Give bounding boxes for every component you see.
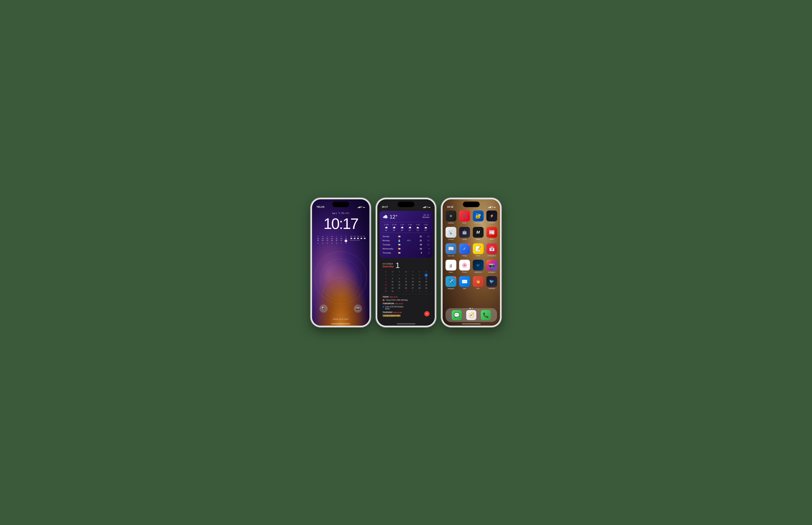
- weather-widget[interactable]: ☁️ 12° 15↑ 8↓ Morden 11 PM ☁️ 11°: [380, 211, 432, 258]
- event-section-today: TODAY 2022-10-01 🎁 Tanya Fehr's 30th Bir…: [383, 296, 429, 301]
- app-item-unread[interactable]: 📡 Unread: [445, 227, 457, 240]
- cal-days-header: SMTWTFS: [383, 270, 429, 273]
- hourly-col-6: 4 AM 🌥️ 11°: [422, 224, 429, 231]
- app-label-instagram: Instagram: [488, 271, 495, 273]
- phone-2-widgets: 10:17 ▾ ▬ ☁: [376, 198, 436, 327]
- cal-add-button[interactable]: +: [424, 311, 429, 316]
- app-item-fantastical[interactable]: 📅 Fantastical: [486, 243, 498, 257]
- app-item-telegram[interactable]: ✈️ 1 Telegram: [445, 276, 457, 289]
- calendar-widget[interactable]: OCTOBER Saturday 1 SMTWTFS: [380, 259, 432, 319]
- app-icon-hey: 👋: [473, 276, 484, 287]
- app-item-hey[interactable]: 👋 HEY: [472, 276, 484, 289]
- lock-date-weather: Sat 1 🌂 2% • 0.1: [312, 212, 369, 214]
- hourly-col-4: 2 AM ☁️ 11°: [406, 224, 414, 231]
- event-section-thursday: THURSDAY 2022-10-06 Compost (green cart): [383, 311, 429, 317]
- app-label-hey: HEY: [476, 288, 480, 289]
- weather-top: ☁️ 12° 15↑ 8↓ Morden: [383, 214, 429, 220]
- app-item-notes[interactable]: 📝 Notes: [472, 243, 484, 257]
- lock-calendar: SMTWTFS 18192021222324 2526272829301 234…: [316, 236, 348, 244]
- event-winkler: 2:00–6:00 PM Winkler MJHL: [383, 305, 429, 310]
- wifi-icon: ▾: [361, 206, 363, 208]
- app-icon-carrot: ⚡: [486, 210, 497, 221]
- forecast-sunday: Sunday 🌤️ 21 10: [383, 234, 429, 238]
- app-item-calcbot[interactable]: ⊞ Calcbot: [445, 210, 457, 224]
- app-item-matter[interactable]: M Matter: [472, 227, 484, 240]
- weather-hourly: 11 PM ☁️ 11° 12 AM ☁️ 11° 1 AM ☁️ 12: [383, 222, 429, 231]
- cal-header: OCTOBER Saturday 1: [380, 259, 432, 270]
- signal-bars: [358, 206, 360, 208]
- signal-bar-3: [359, 207, 360, 208]
- app-item-news[interactable]: 📰 News: [486, 227, 498, 240]
- dock-messages[interactable]: 💬: [452, 310, 462, 320]
- app-item-lightroom[interactable]: Lr Lightroom: [472, 260, 484, 273]
- cal-header-text: OCTOBER Saturday: [383, 263, 394, 268]
- app-icon-calcbot: ⊞: [445, 210, 456, 221]
- app-icon-mail: ✉️: [459, 276, 470, 287]
- telegram-badge: 1: [454, 276, 456, 279]
- hourly-col-5: 3 AM 🌥️ 11°: [414, 224, 422, 231]
- dynamic-island-1: [332, 201, 349, 207]
- app-item-dayone[interactable]: 📖 Day One: [445, 243, 457, 257]
- app-label-dayone: Day One: [447, 255, 454, 257]
- hourly-col-1: 11 PM ☁️ 11°: [383, 224, 390, 231]
- app-item-tweetbot[interactable]: 🐦 Tweetbot: [486, 276, 498, 289]
- app-icon-photos: 🌸: [459, 260, 470, 271]
- time-phone3: 10:18: [447, 206, 453, 208]
- lock-screen: TELUS ▾ ▬: [312, 199, 369, 326]
- event-section-tomorrow: TOMORROW 2022-10-02 2:00–6:00 PM Winkler…: [383, 303, 429, 310]
- lock-swipe-text: Swipe up to open: [312, 318, 369, 320]
- app-label-fantastical: Fantastical: [488, 255, 496, 257]
- weather-temp-main: 12°: [389, 214, 397, 220]
- app-icon-dayone: 📖: [445, 243, 456, 254]
- hourly-col-2: 12 AM ☁️ 11°: [390, 224, 398, 231]
- camera-button[interactable]: 📷: [354, 304, 362, 313]
- app-label-unread: Unread: [448, 238, 454, 240]
- lock-weather-times: 10P11P12A1A2A: [350, 236, 366, 237]
- lock-cal-days-header: SMTWTFS: [316, 236, 348, 237]
- dock-safari[interactable]: 🧭: [466, 310, 476, 320]
- app-label-telegram: Telegram: [447, 288, 454, 289]
- app-item-mail[interactable]: ✉️ Mail: [458, 276, 471, 289]
- things-badge: 7: [468, 243, 470, 246]
- widgets-screen: ☁️ 12° 15↑ 8↓ Morden 11 PM ☁️ 11°: [377, 199, 435, 326]
- event-tomorrow-header: TOMORROW 2022-10-02: [383, 303, 429, 305]
- dynamic-island-3: [463, 201, 480, 207]
- lock-calendar-row: SMTWTFS 18192021222324 2526272829301 234…: [316, 236, 366, 244]
- app-item-things[interactable]: ✓ 7 Things: [458, 243, 471, 257]
- app-label-music: Music: [462, 222, 467, 224]
- forecast-tuesday: Tuesday 🌤️ 19 11: [383, 242, 429, 247]
- cal-day-of-week: Saturday: [383, 265, 394, 268]
- app-icon-tweetbot: 🐦: [486, 276, 497, 287]
- app-label-1password: 1Password: [474, 222, 482, 224]
- app-item-glass[interactable]: g Glass: [445, 260, 457, 273]
- cal-today-num: 1: [396, 261, 400, 269]
- lock-weather-summary: 🌂 2% • 0.1: [338, 212, 349, 214]
- app-item-1password[interactable]: 🔐 1Password: [472, 210, 484, 224]
- app-item-apollo[interactable]: 🤖 Apollo: [458, 227, 471, 240]
- phone3-home-indicator: [462, 324, 481, 324]
- carrier-phone1: TELUS: [316, 206, 325, 208]
- flashlight-button[interactable]: 🔦: [320, 304, 328, 313]
- signal-bars-2: [423, 206, 426, 208]
- signal-bars-3: [488, 206, 491, 208]
- app-icon-news: 📰: [486, 227, 497, 238]
- app-icon-music: 🎵: [459, 210, 470, 221]
- signal-bar-2: [358, 207, 359, 208]
- forecast-monday: Monday 💧 46% 21 11: [383, 238, 429, 242]
- app-icon-instagram: 📷: [486, 260, 497, 271]
- app-item-photos[interactable]: 🌸 Photos: [458, 260, 471, 273]
- weather-hi-lo: 15↑ 8↓: [423, 214, 429, 216]
- cal-today: 1: [425, 273, 428, 277]
- app-item-carrot[interactable]: ⚡ CARROT: [486, 210, 498, 224]
- app-icon-apollo: 🤖: [459, 227, 470, 238]
- app-icon-matter: M: [473, 227, 484, 238]
- lock-time: 10:17: [312, 216, 369, 231]
- battery-icon-3: ▬: [494, 206, 496, 208]
- app-item-music[interactable]: 🎵 Music: [458, 210, 471, 224]
- dock-phone[interactable]: 📞: [481, 310, 491, 320]
- event-thursday-header: THURSDAY 2022-10-06: [383, 311, 429, 313]
- home-screen: 10:18 ▾ ▬: [443, 199, 500, 326]
- app-item-instagram[interactable]: 📷 Instagram: [486, 260, 498, 273]
- lock-weather-icons: ☁️☁️☁️☁️☁️: [350, 237, 366, 239]
- wifi-icon-3: ▾: [492, 206, 493, 208]
